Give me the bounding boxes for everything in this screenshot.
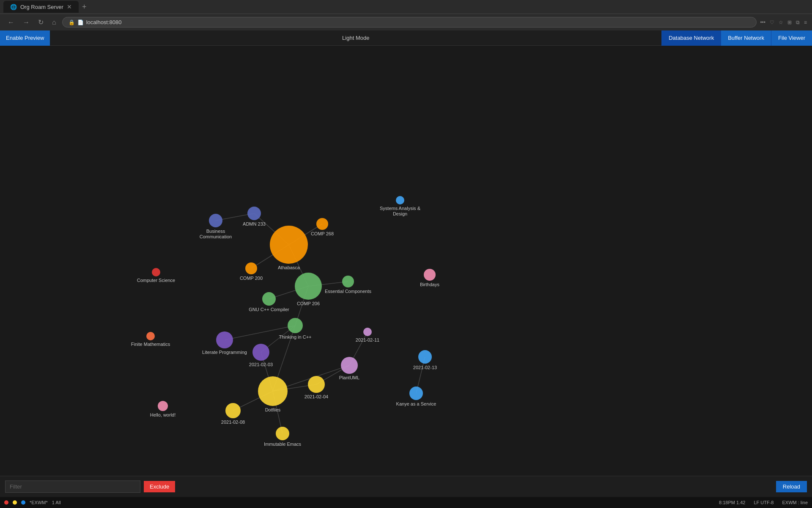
svg-text:2021-02-03: 2021-02-03	[249, 362, 273, 367]
svg-text:ADMN 233: ADMN 233	[243, 221, 266, 226]
exclude-button[interactable]: Exclude	[144, 481, 175, 492]
new-tab-button[interactable]: +	[82, 3, 87, 11]
enable-preview-button[interactable]: Enable Preview	[0, 30, 50, 46]
window-icon[interactable]: ⧉	[796, 19, 800, 25]
svg-point-67	[276, 427, 289, 440]
url-text: localhost:8080	[86, 19, 122, 25]
svg-text:Thinking in C++: Thinking in C++	[279, 334, 311, 340]
svg-text:Systems Analysis &: Systems Analysis &	[380, 206, 421, 211]
svg-text:2021-02-08: 2021-02-08	[221, 420, 245, 425]
svg-point-49	[363, 328, 372, 336]
svg-text:Immutable Emacs: Immutable Emacs	[264, 442, 302, 447]
svg-point-19	[209, 214, 222, 227]
svg-point-24	[316, 218, 328, 230]
star-icon[interactable]: ☆	[779, 19, 783, 25]
svg-text:2021-02-04: 2021-02-04	[304, 394, 328, 399]
workspace-label: 1 All	[52, 500, 61, 505]
svg-text:COMP 200: COMP 200	[240, 276, 263, 281]
svg-point-26	[396, 196, 404, 204]
svg-text:Business: Business	[206, 229, 225, 234]
network-canvas[interactable]: BusinessCommunicationADMN 233COMP 268Sys…	[0, 46, 812, 476]
svg-point-35	[295, 273, 322, 300]
svg-text:GNU C++ Compiler: GNU C++ Compiler	[249, 307, 289, 312]
svg-point-29	[270, 226, 308, 264]
svg-text:Computer Science: Computer Science	[137, 278, 176, 283]
svg-text:Communication: Communication	[200, 234, 232, 239]
light-mode-label: Light Mode	[50, 35, 661, 41]
svg-point-39	[424, 269, 436, 281]
svg-text:Design: Design	[393, 211, 407, 216]
status-mode: EXWM : line	[782, 500, 808, 505]
status-dot-red	[4, 500, 8, 505]
svg-point-55	[341, 357, 358, 374]
svg-text:Birthdays: Birthdays	[420, 282, 439, 287]
browser-titlebar: 🌐 Org Roam Server ✕ +	[0, 0, 812, 14]
filter-input[interactable]	[5, 480, 140, 493]
buffer-network-button[interactable]: Buffer Network	[721, 30, 771, 46]
security-icon: 🔒	[69, 19, 75, 25]
svg-text:Literate Programming: Literate Programming	[202, 350, 247, 355]
browser-tab[interactable]: 🌐 Org Roam Server ✕	[3, 1, 79, 13]
svg-text:2021-02-11: 2021-02-11	[356, 337, 379, 342]
file-viewer-button[interactable]: File Viewer	[771, 30, 812, 46]
svg-point-31	[245, 262, 257, 274]
svg-point-65	[225, 403, 241, 418]
grid-icon[interactable]: ⊞	[787, 19, 792, 25]
svg-point-22	[247, 207, 261, 220]
menu-icon[interactable]: ≡	[804, 19, 807, 25]
database-network-button[interactable]: Database Network	[661, 30, 721, 46]
status-dot-blue	[21, 500, 25, 505]
network-graph: BusinessCommunicationADMN 233COMP 268Sys…	[0, 46, 812, 476]
svg-text:Dotfiles: Dotfiles	[265, 407, 281, 412]
bookmark-icon[interactable]: ♡	[770, 19, 774, 25]
svg-point-41	[262, 292, 276, 306]
svg-point-45	[146, 332, 155, 340]
svg-point-47	[216, 331, 233, 348]
svg-point-33	[152, 268, 160, 276]
svg-point-53	[418, 350, 432, 364]
filter-bar: Exclude Reload	[0, 476, 812, 497]
svg-text:Finite Mathematics: Finite Mathematics	[131, 342, 170, 347]
svg-point-61	[308, 376, 325, 393]
svg-point-57	[409, 387, 423, 400]
tab-close-button[interactable]: ✕	[67, 3, 72, 10]
status-time: 8:18PM 1.42	[719, 500, 745, 505]
svg-text:Kanye as a Service: Kanye as a Service	[396, 401, 436, 406]
emacs-label: *EXWM*	[30, 500, 48, 505]
svg-point-59	[258, 376, 288, 406]
address-bar[interactable]: 🔒 📄 localhost:8080	[62, 17, 757, 28]
toolbar-right: ••• ♡ ☆ ⊞ ⧉ ≡	[760, 19, 807, 25]
svg-point-37	[342, 276, 354, 287]
status-dot-yellow	[13, 500, 17, 505]
app-nav: Database Network Buffer Network File Vie…	[661, 30, 812, 46]
svg-text:Hello, world!: Hello, world!	[150, 412, 176, 417]
forward-button[interactable]: →	[20, 17, 32, 28]
svg-point-51	[252, 344, 269, 361]
tab-title: Org Roam Server	[20, 4, 63, 10]
svg-text:COMP 268: COMP 268	[311, 231, 334, 236]
status-bar: *EXWM* 1 All 8:18PM 1.42 LF UTF-8 EXWM :…	[0, 497, 812, 508]
reload-button[interactable]: Reload	[776, 481, 807, 492]
svg-text:COMP 206: COMP 206	[297, 301, 320, 306]
status-right: 8:18PM 1.42 LF UTF-8 EXWM : line	[719, 500, 808, 505]
tab-favicon: 🌐	[10, 4, 17, 10]
home-button[interactable]: ⌂	[49, 17, 59, 28]
svg-text:PlantUML: PlantUML	[339, 375, 359, 380]
reload-button[interactable]: ↻	[36, 17, 46, 28]
svg-text:Athabasca: Athabasca	[278, 265, 300, 270]
svg-point-43	[288, 318, 303, 333]
svg-text:Essential Components: Essential Components	[325, 289, 372, 294]
back-button[interactable]: ←	[5, 17, 17, 28]
more-icon[interactable]: •••	[760, 19, 765, 25]
browser-toolbar: ← → ↻ ⌂ 🔒 📄 localhost:8080 ••• ♡ ☆ ⊞ ⧉ ≡	[0, 14, 812, 30]
svg-point-63	[158, 401, 168, 411]
page-icon: 📄	[77, 19, 84, 25]
app-bar: Enable Preview Light Mode Database Netwo…	[0, 30, 812, 46]
status-encoding: LF UTF-8	[754, 500, 774, 505]
svg-text:2021-02-13: 2021-02-13	[413, 365, 437, 370]
